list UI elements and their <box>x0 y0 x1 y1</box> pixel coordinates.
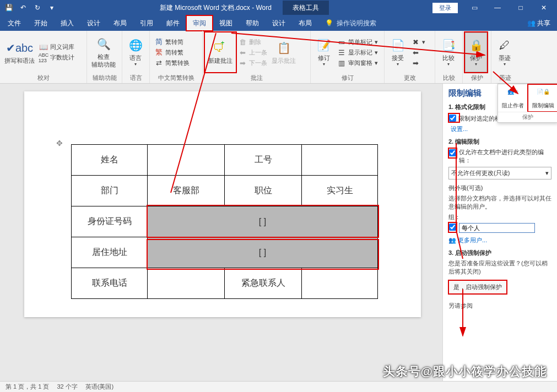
status-words[interactable]: 32 个字 <box>57 383 77 391</box>
track-changes-button[interactable]: 📝修订▾ <box>313 32 335 72</box>
cell-empid-val[interactable] <box>302 145 378 176</box>
minimize-button[interactable]: — <box>486 1 509 14</box>
compare-button[interactable]: 📑比较▾ <box>437 32 459 72</box>
cell-idno-label[interactable]: 身份证号码 <box>72 206 148 237</box>
tell-me-search[interactable]: 💡操作说明搜索 <box>318 15 383 31</box>
block-authors-button[interactable]: 👥⊘阻止作者 <box>497 84 528 112</box>
simp-icon: 简 <box>154 37 163 46</box>
globe-icon: 🌐 <box>128 37 143 53</box>
restrict-editing-button[interactable]: 📄🔒限制编辑 <box>528 84 557 112</box>
new-comment-button[interactable]: 🗨+新建批注 <box>205 32 236 72</box>
tab-review[interactable]: 审阅 <box>186 15 213 31</box>
convert-icon: ⇄ <box>154 58 163 67</box>
chevron-down-icon: ▾ <box>545 170 549 177</box>
page: ✥ 姓名工号 部门客服部职位实习生 身份证号码[ ] 居住地址[ ] 联系电话紧… <box>24 91 421 317</box>
cell-emerg-val[interactable] <box>302 268 378 299</box>
markup-display-select[interactable]: ▭简单标记 ▾ <box>335 37 380 47</box>
ribbon-options-button[interactable]: ▭ <box>463 1 485 14</box>
tab-references[interactable]: 引用 <box>133 15 160 31</box>
next-change-button[interactable]: ➡ <box>409 58 428 68</box>
cell-addr-val[interactable]: [ ] <box>148 237 378 268</box>
qat-custom-button[interactable]: ▾ <box>45 1 58 14</box>
show-markup-button[interactable]: ☰显示标记 ▾ <box>335 47 380 57</box>
cell-pos-label[interactable]: 职位 <box>225 176 302 206</box>
close-button[interactable]: ✕ <box>533 1 555 14</box>
tab-mailings[interactable]: 邮件 <box>160 15 186 31</box>
accessibility-button[interactable]: 🔍检查 辅助功能 <box>89 32 118 72</box>
tab-table-layout[interactable]: 布局 <box>292 15 318 31</box>
ink-icon: 🖊 <box>497 37 512 53</box>
tab-table-design[interactable]: 设计 <box>266 15 292 31</box>
convert-button[interactable]: ⇄简繁转换 <box>152 58 200 68</box>
titlebar: 💾 ↶ ↻ ▾ 新建 Microsoft Word 文档.docx - Word… <box>0 0 557 15</box>
cell-phone-label[interactable]: 联系电话 <box>72 268 148 299</box>
language-button[interactable]: 🌐语言▾ <box>125 32 147 72</box>
next-icon: ➡ <box>238 58 247 67</box>
ink-button[interactable]: 🖊墨迹▾ <box>494 32 516 72</box>
reviewing-pane-button[interactable]: ▥审阅窗格 ▾ <box>335 58 380 68</box>
group-name-input[interactable] <box>459 223 535 233</box>
cell-name-label[interactable]: 姓名 <box>72 145 148 176</box>
group-accessibility: 辅助功能 <box>87 74 122 83</box>
edit-type-select[interactable]: 不允许任何更改(只读)▾ <box>448 167 551 179</box>
cell-addr-label[interactable]: 居住地址 <box>72 237 148 268</box>
compare-icon: 📑 <box>441 37 456 53</box>
accept-button[interactable]: 📄接受▾ <box>387 32 409 72</box>
reject-icon: ✖ <box>411 37 420 46</box>
more-users-link[interactable]: 👥 更多用户... <box>448 236 551 244</box>
status-page[interactable]: 第 1 页，共 1 页 <box>6 383 49 391</box>
cell-idno-val[interactable]: [ ] <box>148 206 378 237</box>
spelling-button[interactable]: ✔abc拼写和语法 <box>2 32 37 72</box>
tab-file[interactable]: 文件 <box>1 15 28 31</box>
wordcount-button[interactable]: ABC123字数统计 <box>37 53 77 63</box>
block-icon: 👥⊘ <box>506 89 520 102</box>
reject-button[interactable]: ✖▾ <box>409 37 428 47</box>
redo-button[interactable]: ↻ <box>31 1 44 14</box>
everyone-checkbox[interactable] <box>449 224 456 231</box>
count-icon: ABC123 <box>39 53 48 62</box>
prev-change-button[interactable]: ⬅ <box>409 47 428 57</box>
accept-icon: 📄 <box>390 37 405 53</box>
maximize-button[interactable]: □ <box>510 1 532 14</box>
tab-insert[interactable]: 插入 <box>54 15 80 31</box>
tab-view[interactable]: 视图 <box>213 15 239 31</box>
format-restrict-checkbox[interactable] <box>449 115 456 122</box>
section-3-desc: 您是否准备应用这些设置？(您可以稍后将其关闭) <box>448 259 551 276</box>
cell-pos-val[interactable]: 实习生 <box>302 176 378 206</box>
cell-name-val[interactable] <box>148 145 225 176</box>
tab-help[interactable]: 帮助 <box>239 15 266 31</box>
cell-phone-val[interactable] <box>148 268 225 299</box>
cell-empid-label[interactable]: 工号 <box>225 145 302 176</box>
trad-icon: 繁 <box>154 48 163 57</box>
table-anchor-icon[interactable]: ✥ <box>56 139 63 148</box>
edit-restrict-label: 仅允许在文档中进行此类型的编辑： <box>459 148 551 165</box>
document-area[interactable]: ✥ 姓名工号 部门客服部职位实习生 身份证号码[ ] 居住地址[ ] 联系电话紧… <box>0 84 442 381</box>
spelling-icon: ✔abc <box>12 40 28 56</box>
login-button[interactable]: 登录 <box>432 3 458 13</box>
undo-button[interactable]: ↶ <box>17 1 30 14</box>
document-title: 新建 Microsoft Word 文档.docx - Word 表格工具 <box>61 3 428 13</box>
cell-dept-val[interactable]: 客服部 <box>148 176 225 206</box>
save-button[interactable]: 💾 <box>2 1 15 14</box>
to-traditional-button[interactable]: 繁简转繁 <box>152 47 200 57</box>
share-button[interactable]: 👥 共享 <box>521 15 557 31</box>
edit-restrict-checkbox[interactable] <box>449 149 456 156</box>
tab-home[interactable]: 开始 <box>28 15 54 31</box>
start-enforcement-button[interactable]: 是，启动强制保护 <box>448 280 507 294</box>
group-comments: 批注 <box>203 74 310 83</box>
form-table[interactable]: 姓名工号 部门客服部职位实习生 身份证号码[ ] 居住地址[ ] 联系电话紧急联… <box>71 144 378 299</box>
thesaurus-button[interactable]: 📖同义词库 <box>37 42 77 52</box>
delete-icon: 🗑 <box>238 37 247 46</box>
protect-button[interactable]: 🔒保护▾ <box>465 32 487 72</box>
format-settings-link[interactable]: 设置... <box>451 125 551 133</box>
pane-icon: ▥ <box>337 58 346 67</box>
markup-icon: ▭ <box>337 37 346 46</box>
cell-dept-label[interactable]: 部门 <box>72 176 148 206</box>
accessibility-icon: 🔍 <box>96 36 111 52</box>
cell-emerg-label[interactable]: 紧急联系人 <box>225 268 302 299</box>
group-proofing: 校对 <box>0 74 86 83</box>
status-language[interactable]: 英语(美国) <box>85 383 113 391</box>
tab-design[interactable]: 设计 <box>80 15 107 31</box>
tab-layout[interactable]: 布局 <box>107 15 133 31</box>
to-simplified-button[interactable]: 简繁转简 <box>152 37 200 47</box>
